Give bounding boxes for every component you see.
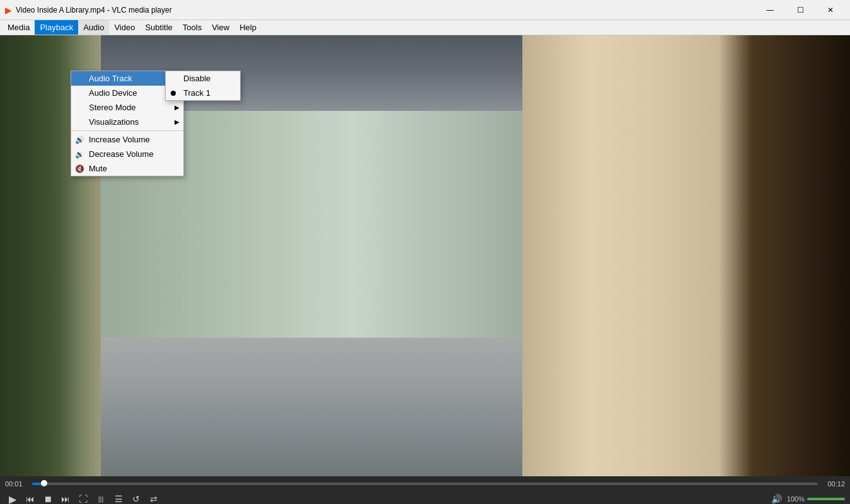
extended-button[interactable]: ||| xyxy=(93,491,108,504)
mute-icon: 🔇 xyxy=(75,164,84,173)
menu-subtitle[interactable]: Subtitle xyxy=(140,20,177,35)
playlist-button[interactable]: ☰ xyxy=(111,491,126,504)
decrease-volume-label: Decrease Volume xyxy=(89,149,154,159)
app-icon: ▶ xyxy=(5,5,12,15)
menu-separator xyxy=(71,130,183,131)
menu-view[interactable]: View xyxy=(207,20,234,35)
bookshelf-area xyxy=(522,35,850,476)
visualizations-arrow-icon: ▶ xyxy=(175,118,180,125)
floor-area xyxy=(101,338,522,476)
volume-bar[interactable] xyxy=(807,498,845,500)
menu-help[interactable]: Help xyxy=(234,20,261,35)
volume-container: 🔊 100% xyxy=(769,491,845,504)
stereo-mode-arrow-icon: ▶ xyxy=(175,104,180,111)
stereo-mode-item[interactable]: Stereo Mode ▶ xyxy=(71,100,183,115)
play-button[interactable]: ▶ xyxy=(5,491,20,504)
titlebar: ▶ Video Inside A Library.mp4 - VLC media… xyxy=(0,0,850,20)
fullscreen-button[interactable]: ⛶ xyxy=(76,491,91,504)
next-button[interactable]: ⏭ xyxy=(58,491,73,504)
visualizations-label: Visualizations xyxy=(89,117,139,127)
progress-container: 00:01 00:12 xyxy=(5,479,845,489)
time-current: 00:01 xyxy=(5,480,27,488)
audio-track-submenu: Disable Track 1 xyxy=(165,71,241,101)
playback-controls: ▶ ⏮ ⏹ ⏭ ⛶ ||| ☰ ↺ ⇄ 🔊 100% xyxy=(5,491,845,504)
close-button[interactable]: ✕ xyxy=(816,0,845,20)
disable-track-label: Disable xyxy=(183,74,210,83)
visualizations-item[interactable]: Visualizations ▶ xyxy=(71,115,183,129)
track1-label: Track 1 xyxy=(183,88,210,98)
minimize-button[interactable]: — xyxy=(755,0,784,20)
volume-fill xyxy=(807,498,845,500)
speaker-up-icon: 🔊 xyxy=(75,135,84,144)
stereo-mode-label: Stereo Mode xyxy=(89,103,135,112)
menubar: Media Playback Audio Video Subtitle Tool… xyxy=(0,20,850,35)
time-total: 00:12 xyxy=(823,480,845,488)
maximize-button[interactable]: ☐ xyxy=(786,0,815,20)
mute-label: Mute xyxy=(89,164,107,173)
loop-button[interactable]: ↺ xyxy=(129,491,144,504)
audio-track-label: Audio Track xyxy=(89,74,132,83)
increase-volume-item[interactable]: 🔊 Increase Volume xyxy=(71,132,183,147)
menu-playback[interactable]: Playback xyxy=(35,20,78,35)
window-title: Video Inside A Library.mp4 - VLC media p… xyxy=(16,6,755,14)
track1-item[interactable]: Track 1 xyxy=(166,86,240,100)
prev-button[interactable]: ⏮ xyxy=(23,491,38,504)
menu-tools[interactable]: Tools xyxy=(178,20,207,35)
volume-label: 100% xyxy=(787,495,805,503)
controls-bar: 00:01 00:12 ▶ ⏮ ⏹ ⏭ ⛶ ||| ☰ ↺ ⇄ 🔊 100% xyxy=(0,476,850,504)
video-area: Audio Track ▶ Audio Device ▶ Stereo Mode… xyxy=(0,35,850,476)
progress-handle[interactable] xyxy=(41,480,47,486)
increase-volume-label: Increase Volume xyxy=(89,135,150,144)
track1-selected-icon xyxy=(171,91,176,96)
stop-button[interactable]: ⏹ xyxy=(40,491,55,504)
menu-audio[interactable]: Audio xyxy=(78,20,109,35)
random-button[interactable]: ⇄ xyxy=(146,491,161,504)
progress-bar[interactable] xyxy=(32,483,818,485)
titlebar-controls: — ☐ ✕ xyxy=(755,0,845,20)
audio-device-label: Audio Device xyxy=(89,88,137,98)
mute-item[interactable]: 🔇 Mute xyxy=(71,161,183,176)
disable-track-item[interactable]: Disable xyxy=(166,71,240,86)
volume-icon-button[interactable]: 🔊 xyxy=(769,491,784,504)
decrease-volume-item[interactable]: 🔉 Decrease Volume xyxy=(71,147,183,161)
menu-media[interactable]: Media xyxy=(3,20,35,35)
menu-video[interactable]: Video xyxy=(109,20,140,35)
speaker-down-icon: 🔉 xyxy=(75,150,84,159)
